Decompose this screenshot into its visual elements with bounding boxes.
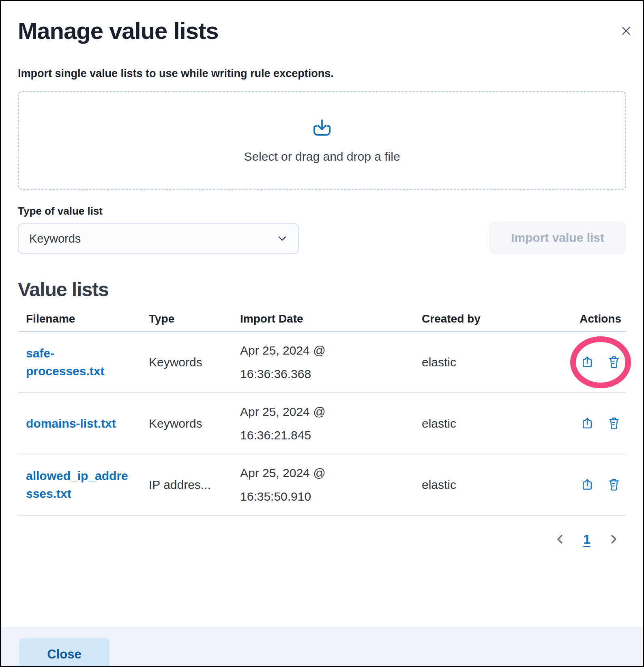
- type-cell: Keywords: [149, 355, 240, 369]
- annotation-circle: [570, 336, 631, 388]
- filename-link[interactable]: allowed_ip_addresses.txt: [26, 467, 131, 503]
- type-select-label: Type of value list: [18, 204, 299, 217]
- type-select[interactable]: Keywords: [18, 223, 299, 254]
- close-button[interactable]: Close: [19, 638, 109, 667]
- column-header-actions: Actions: [537, 312, 626, 325]
- type-cell: Keywords: [149, 417, 240, 430]
- column-header-import-date: Import Date: [240, 312, 422, 325]
- file-dropzone[interactable]: Select or drag and drop a file: [18, 91, 626, 190]
- created-by-cell: elastic: [422, 478, 537, 492]
- trash-icon[interactable]: [607, 355, 621, 370]
- import-date-cell: Apr 25, 2024 @ 16:35:50.910: [240, 461, 380, 508]
- manage-value-lists-modal: Manage value lists Import single value l…: [1, 16, 643, 667]
- column-header-filename: Filename: [18, 312, 149, 325]
- row-actions: [580, 355, 621, 370]
- value-lists-table: Filename Type Import Date Created by Act…: [18, 307, 626, 516]
- modal-description: Import single value lists to use while w…: [18, 67, 626, 80]
- chevron-down-icon: [277, 233, 288, 244]
- type-select-value: Keywords: [29, 232, 81, 245]
- close-icon[interactable]: [618, 23, 634, 39]
- modal-footer: Close: [1, 627, 643, 667]
- trash-icon[interactable]: [607, 416, 621, 431]
- pagination: 1: [18, 531, 626, 547]
- row-actions: [580, 478, 621, 492]
- filename-link[interactable]: domains-list.txt: [26, 415, 116, 432]
- created-by-cell: elastic: [422, 355, 537, 369]
- chevron-right-icon[interactable]: [605, 531, 621, 547]
- chevron-left-icon[interactable]: [552, 531, 569, 547]
- dropzone-label: Select or drag and drop a file: [244, 150, 400, 164]
- page-title: Manage value lists: [18, 16, 626, 45]
- import-file-icon: [311, 117, 333, 140]
- export-icon[interactable]: [580, 416, 595, 431]
- page-number[interactable]: 1: [580, 532, 594, 547]
- created-by-cell: elastic: [422, 417, 537, 430]
- export-icon[interactable]: [580, 478, 595, 492]
- column-header-type: Type: [149, 312, 240, 325]
- table-row: domains-list.txt Keywords Apr 25, 2024 @…: [18, 393, 626, 454]
- import-value-list-button[interactable]: Import value list: [489, 222, 626, 254]
- export-icon[interactable]: [580, 355, 595, 370]
- import-date-cell: Apr 25, 2024 @ 16:36:21.845: [240, 400, 380, 447]
- type-cell: IP addres...: [149, 478, 240, 492]
- trash-icon[interactable]: [607, 478, 621, 492]
- value-lists-heading: Value lists: [18, 278, 626, 301]
- filename-link[interactable]: safe-processes.txt: [26, 344, 131, 380]
- table-header-row: Filename Type Import Date Created by Act…: [18, 307, 626, 332]
- row-actions: [580, 416, 621, 431]
- import-date-cell: Apr 25, 2024 @ 16:36:36.368: [240, 339, 380, 386]
- table-row: safe-processes.txt Keywords Apr 25, 2024…: [18, 332, 626, 393]
- table-row: allowed_ip_addresses.txt IP addres... Ap…: [18, 454, 626, 516]
- column-header-created-by: Created by: [422, 312, 537, 325]
